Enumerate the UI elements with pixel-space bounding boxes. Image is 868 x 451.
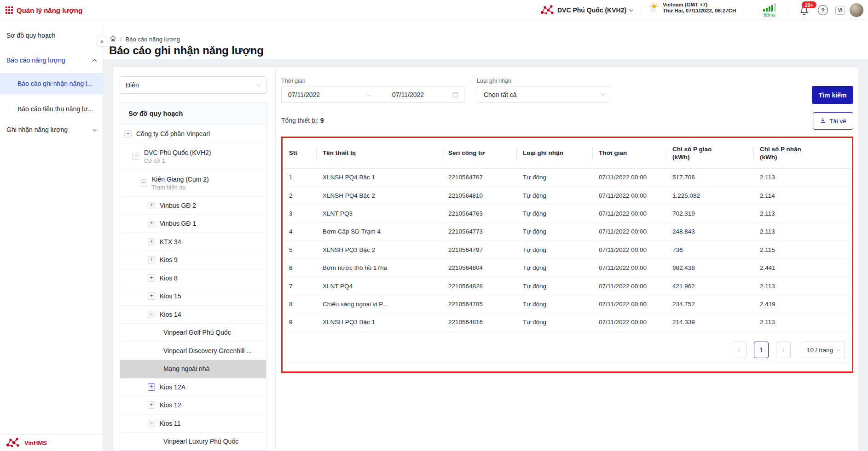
search-button[interactable]: Tìm kiếm [812,86,853,104]
table-row[interactable]: 6Bơm nước thô hồ 17ha2210564804Tự động07… [283,259,852,277]
table-cell: 07/11/2022 00:00 [592,259,666,277]
expand-icon[interactable]: + [148,383,155,391]
page-size-select[interactable]: 10 / trang [802,342,845,358]
tree-node[interactable]: +Kios 15 [120,287,266,306]
table-cell: Bơm Cấp SD Trạm 4 [316,223,442,240]
collapse-node-icon[interactable]: − [140,179,147,187]
content-card: Điện Sơ đồ quy hoạch −Công ty Cổ phần Vi… [113,67,859,451]
table-cell: 3 [283,205,316,223]
tree-node[interactable]: +Kios 12A [120,378,266,397]
collapse-node-icon[interactable]: − [148,420,155,427]
expand-icon[interactable]: + [148,292,155,300]
table-row[interactable]: 8Chiếu sáng ngoại vi P...2210564785Tự độ… [283,295,852,313]
vinhms-brand: VinHMS [24,440,47,446]
table-row[interactable]: 7XLNT PQ42210564828Tự động07/11/2022 00:… [283,277,852,295]
chevron-down-icon [257,82,261,86]
sidebar-item-label: Sơ đồ quy hoạch [6,31,55,40]
user-avatar[interactable] [850,3,863,17]
expand-icon[interactable]: + [148,274,155,282]
table-cell: 2210564797 [442,241,516,259]
collapse-node-icon[interactable]: − [148,311,155,318]
download-button[interactable]: Tải về [813,112,853,130]
chevron-left-icon: ‹ [738,346,741,354]
tree-node[interactable]: Vinpearl Luxury Phú Quốc [120,433,266,451]
range-arrow-icon: → [365,91,371,98]
tree-node[interactable]: Vinpearl Discovery Greenhill ... [120,342,266,360]
tree-node[interactable]: −Kios 14 [120,306,266,324]
tree-node[interactable]: −Kiên Giang (Cụm 2)Trạm biến áp [120,170,266,197]
table-row[interactable]: 9XLNSH PQ3 Bậc 12210564816Tự động07/11/2… [283,313,852,331]
table-cell: 7 [283,277,316,295]
tree-node-label: Kios 9 [160,256,178,264]
collapse-node-icon[interactable]: − [132,153,139,160]
tree-node-label: Kios 12 [160,401,181,409]
prev-page-button[interactable]: ‹ [732,342,746,358]
expand-icon[interactable]: + [148,401,155,409]
record-type-select[interactable]: Chọn tất cả [477,86,610,103]
table-cell: XLNT PQ3 [316,205,442,223]
help-button[interactable]: ? [818,5,828,15]
expand-icon[interactable]: + [148,256,155,263]
table-cell: 736 [666,241,753,259]
current-page-button[interactable]: 1 [754,342,769,358]
tree-node[interactable]: +Kios 8 [120,269,266,288]
date-to-value[interactable]: 07/11/2022 [392,91,424,98]
expand-icon[interactable]: + [148,202,155,209]
sidebar-item-bao-cao-nang-luong[interactable]: Báo cáo năng lượng [6,56,96,64]
tree-node[interactable]: +KTX 34 [120,233,266,251]
column-header: Chỉ số P giao(kWh) [666,138,753,168]
table-row[interactable]: 2XLNSH PQ4 Bậc 22210564810Tự động07/11/2… [283,186,852,204]
grid-logo-icon [6,6,13,14]
table-cell: XLNSH PQ3 Bậc 2 [316,241,442,259]
table-row[interactable]: 4Bơm Cấp SD Trạm 42210564773Tự động07/11… [283,223,852,240]
table-cell: 07/11/2022 00:00 [592,241,666,259]
table-row[interactable]: 3XLNT PQ32210564763Tự động07/11/2022 00:… [283,205,852,223]
collapse-node-icon[interactable]: − [124,130,132,137]
table-cell: Tự động [516,259,592,277]
table-cell: 2210564763 [442,205,516,223]
sidebar-item-so-do-quy-hoach[interactable]: Sơ đồ quy hoạch [6,31,96,40]
sidebar-collapse-button[interactable]: « [97,36,107,47]
table-cell: 1 [283,168,316,186]
tree-node-label: Kios 12A [160,383,185,391]
tree-node[interactable]: Vinpearl Golf Phú Quốc [120,324,266,342]
table-cell: 234.752 [666,295,753,313]
table-cell: 8 [283,295,316,313]
language-switcher[interactable]: VI [835,6,845,15]
sidebar-item-bao-cao-ghi-nhan[interactable]: Báo cáo ghi nhận năng l... [0,73,103,94]
column-header: Stt [283,138,316,168]
top-bar: Quản lý năng lượng DVC Phú Quốc (KVH2) [0,0,868,20]
expand-icon[interactable]: + [148,220,155,227]
sidebar-footer: VinHMS [0,434,103,451]
tree-node[interactable]: +Kios 12 [120,396,266,415]
network-logo-icon [540,4,554,17]
home-icon[interactable] [110,35,116,43]
table-cell: 2.441 [753,259,852,277]
tree-node[interactable]: +Kios 9 [120,251,266,269]
expand-icon[interactable]: + [148,238,155,245]
org-switcher[interactable]: DVC Phú Quốc (KVH2) [540,0,633,20]
tree-node-label: Kios 8 [160,274,178,282]
divider [788,5,788,16]
table-cell: 2210564810 [442,186,516,204]
sidebar-item-bao-cao-tieu-thu[interactable]: Báo cáo tiêu thụ năng lư... [17,105,96,113]
tree-node[interactable]: Mạng ngoài nhà [120,360,266,378]
sidebar-item-ghi-nhan-nang-luong[interactable]: Ghi nhận năng lượng [6,126,96,134]
table-cell: 2.114 [753,186,852,204]
breadcrumb-item[interactable]: Báo cáo năng lượng [126,36,180,43]
tree-node[interactable]: −Công ty Cổ phần Vinpearl [120,125,266,143]
records-table: SttTên thiết bịSeri công tơLoại ghi nhận… [283,138,852,331]
tree-node[interactable]: −Kios 11 [120,415,266,433]
tree-node[interactable]: +Vinbus GĐ 1 [120,215,266,233]
app-logo[interactable]: Quản lý năng lượng [6,0,82,20]
energy-type-select[interactable]: Điện [120,76,266,94]
tree-node[interactable]: −DVC Phú Quốc (KVH2)Cơ sở 1 [120,143,266,170]
table-row[interactable]: 1XLNSH PQ4 Bậc 12210564767Tự động07/11/2… [283,168,852,186]
next-page-button[interactable]: › [776,342,791,358]
tree-node[interactable]: +Vinbus GĐ 2 [120,197,266,215]
sidebar-item-label: Báo cáo năng lượng [6,56,65,64]
date-range-picker[interactable]: 07/11/2022 → 07/11/2022 [281,86,464,103]
date-from-value[interactable]: 07/11/2022 [288,91,320,98]
table-bottom-border [283,364,852,364]
table-row[interactable]: 5XLNSH PQ3 Bậc 22210564797Tự động07/11/2… [283,241,852,259]
